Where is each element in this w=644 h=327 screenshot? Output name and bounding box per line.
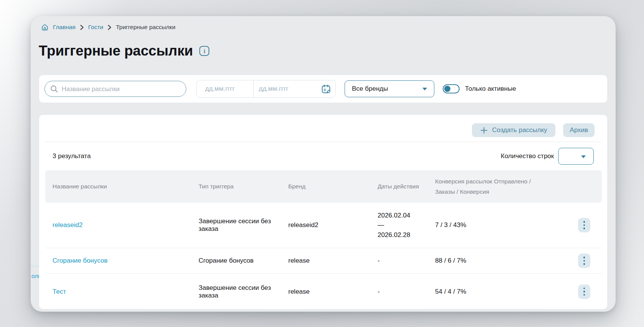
breadcrumb-link-home[interactable]: Главная [53, 24, 76, 31]
home-icon[interactable] [41, 23, 49, 31]
title-row: Триггерные рассылки i [39, 43, 209, 59]
search-icon [50, 85, 58, 93]
calendar-icon[interactable] [321, 84, 331, 94]
filter-bar: Все бренды Только активные [39, 75, 607, 103]
create-mailing-label: Создать рассылку [492, 126, 547, 134]
brand-cell: release [288, 288, 378, 296]
mailing-name-link[interactable]: Тест [53, 288, 199, 296]
search-input[interactable] [62, 85, 181, 93]
column-header-brand: Бренд [288, 181, 378, 191]
search-field[interactable] [44, 81, 186, 97]
date-from-input[interactable] [197, 85, 253, 93]
column-header-name: Название рассылки [53, 181, 199, 191]
rows-per-page-select[interactable] [558, 148, 594, 165]
date-range-field [196, 80, 336, 98]
breadcrumb-current: Триггерные рассылки [116, 24, 175, 31]
info-icon[interactable]: i [199, 46, 209, 56]
row-menu-icon[interactable] [578, 284, 590, 299]
trigger-type-cell: Завершение сессии без заказа [199, 284, 288, 299]
row-menu-icon[interactable] [578, 253, 590, 268]
dates-cell: 2026.02.04 — 2026.02.28 [378, 211, 435, 240]
create-mailing-button[interactable]: Создать рассылку [472, 123, 556, 137]
mailing-name-link[interactable]: releaseid2 [53, 221, 199, 229]
conversion-cell: 54 / 4 / 7% [435, 288, 578, 296]
chevron-down-icon [581, 155, 586, 158]
brand-cell: releaseid2 [288, 221, 378, 229]
toggle-knob [444, 86, 450, 92]
brand-select-value: Все бренды [352, 85, 388, 93]
chevron-right-icon [80, 25, 84, 30]
brand-select[interactable]: Все бренды [345, 80, 434, 97]
plus-icon [480, 127, 488, 134]
content-panel: Создать рассылку Архив 3 результата Коли… [39, 115, 607, 309]
mailing-name-link[interactable]: Сгорание бонусов [53, 257, 199, 265]
chevron-right-icon [107, 25, 112, 30]
app-window: Главная Гости Триггерные рассылки Тригге… [31, 16, 616, 312]
screen: Главная Гости Триггерные рассылки Тригге… [0, 0, 644, 327]
chevron-down-icon [422, 88, 427, 90]
conversion-cell: 88 / 6 / 7% [435, 257, 578, 265]
dates-cell: - [378, 287, 435, 297]
column-header-conversion: Конверсия рассылок Отправлено / Заказы /… [435, 176, 578, 197]
trigger-type-cell: Завершение сессии без заказа [199, 217, 288, 233]
date-to-input[interactable] [254, 85, 315, 93]
mailings-table: Название рассылки Тип триггера Бренд Дат… [45, 170, 602, 309]
results-count: 3 результата [53, 152, 91, 160]
table-header-row: Название рассылки Тип триггера Бренд Дат… [45, 170, 602, 203]
dates-cell: - [378, 256, 435, 266]
toolbar: Создать рассылку Архив [39, 123, 595, 137]
trigger-type-cell: Сгорание бонусов [199, 257, 288, 265]
archive-button[interactable]: Архив [563, 123, 595, 137]
conversion-cell: 7 / 3 / 43% [435, 221, 578, 229]
active-only-toggle[interactable] [443, 84, 460, 93]
page-title: Триггерные рассылки [39, 43, 193, 59]
results-row: 3 результата Количество строк [39, 142, 607, 170]
breadcrumb-link-guests[interactable]: Гости [88, 24, 103, 31]
column-header-trigger: Тип триггера [199, 181, 288, 191]
column-header-dates: Даты действия [378, 181, 435, 191]
table-row: releaseid2 Завершение сессии без заказа … [45, 203, 602, 248]
archive-label: Архив [570, 126, 588, 134]
table-row: Тест Завершение сессии без заказа releas… [45, 273, 602, 309]
brand-cell: release [288, 257, 378, 265]
table-row: Сгорание бонусов Сгорание бонусов releas… [45, 248, 602, 273]
row-menu-icon[interactable] [578, 218, 590, 232]
active-only-label: Только активные [465, 85, 516, 93]
breadcrumb: Главная Гости Триггерные рассылки [41, 23, 176, 31]
rows-per-page-label: Количество строк [501, 152, 554, 160]
